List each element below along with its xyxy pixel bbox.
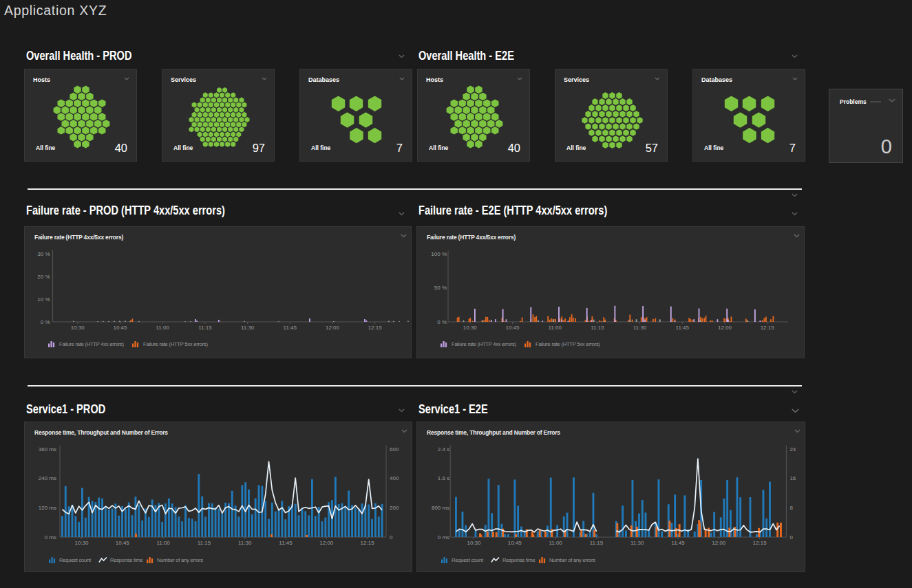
svg-text:10:30: 10:30 [74, 540, 89, 546]
svg-text:12:15: 12:15 [361, 540, 375, 546]
svg-text:10:45: 10:45 [116, 540, 130, 546]
svg-text:10:30: 10:30 [467, 540, 481, 546]
svg-text:11:00: 11:00 [156, 540, 170, 546]
svg-text:10 %: 10 % [37, 296, 50, 303]
svg-text:20 %: 20 % [37, 274, 50, 280]
svg-text:11:30: 11:30 [633, 325, 647, 331]
svg-text:11:00: 11:00 [549, 540, 562, 546]
svg-text:50 %: 50 % [434, 285, 447, 291]
svg-text:200: 200 [390, 505, 399, 511]
svg-text:12:00: 12:00 [718, 325, 732, 331]
svg-text:1.6 s: 1.6 s [438, 475, 449, 481]
svg-text:11:30: 11:30 [238, 540, 252, 546]
svg-text:0 ms: 0 ms [45, 534, 56, 541]
svg-text:11:45: 11:45 [279, 540, 293, 546]
svg-text:120 ms: 120 ms [39, 505, 56, 511]
svg-text:24: 24 [789, 446, 796, 453]
svg-text:12:15: 12:15 [368, 325, 383, 331]
svg-text:12:15: 12:15 [761, 325, 775, 331]
svg-text:100 %: 100 % [431, 251, 447, 257]
svg-text:10:45: 10:45 [113, 325, 127, 331]
svg-text:10:45: 10:45 [508, 540, 522, 546]
svg-text:800 ms: 800 ms [432, 505, 449, 511]
svg-text:600: 600 [390, 446, 399, 453]
svg-text:11:00: 11:00 [156, 325, 169, 331]
svg-text:400: 400 [390, 475, 399, 481]
svg-text:30 %: 30 % [37, 251, 50, 257]
svg-text:11:15: 11:15 [198, 540, 211, 546]
svg-text:11:15: 11:15 [590, 540, 604, 546]
svg-text:0 ms: 0 ms [438, 534, 449, 541]
svg-text:12:15: 12:15 [753, 540, 767, 546]
svg-text:0 %: 0 % [437, 319, 447, 325]
svg-text:2.4 s: 2.4 s [438, 446, 449, 453]
svg-text:8: 8 [789, 505, 793, 511]
svg-text:11:45: 11:45 [284, 325, 297, 331]
svg-text:10:45: 10:45 [505, 325, 520, 331]
svg-text:12:00: 12:00 [319, 540, 334, 546]
svg-text:11:45: 11:45 [676, 325, 690, 331]
svg-text:10:30: 10:30 [463, 325, 478, 331]
svg-text:12:00: 12:00 [326, 325, 340, 331]
svg-text:360 ms: 360 ms [39, 446, 56, 453]
svg-text:11:00: 11:00 [548, 325, 562, 331]
svg-text:11:30: 11:30 [241, 325, 255, 331]
svg-text:240 ms: 240 ms [39, 475, 56, 481]
svg-text:11:15: 11:15 [591, 325, 604, 331]
svg-text:11:15: 11:15 [198, 325, 212, 331]
svg-text:16: 16 [789, 475, 796, 481]
svg-text:10:30: 10:30 [71, 325, 85, 331]
svg-text:0 %: 0 % [41, 319, 50, 325]
svg-text:11:30: 11:30 [630, 540, 644, 546]
svg-text:0: 0 [789, 534, 793, 541]
svg-text:11:45: 11:45 [671, 540, 685, 546]
svg-text:12:00: 12:00 [712, 540, 726, 546]
svg-text:0: 0 [390, 534, 393, 541]
